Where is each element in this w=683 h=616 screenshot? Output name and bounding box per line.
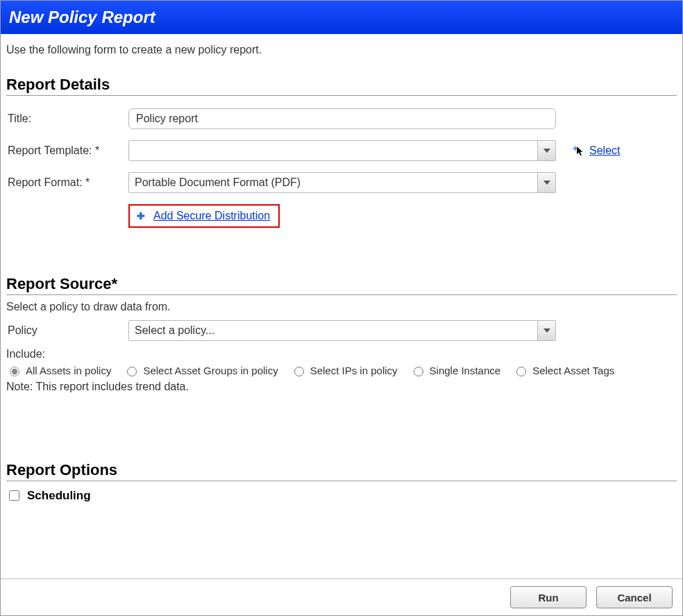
divider (6, 481, 677, 481)
chevron-down-icon (543, 149, 550, 153)
radio-all-assets-label: All Assets in policy (26, 365, 111, 376)
dialog-footer: Run Cancel (1, 578, 682, 615)
radio-ips-label: Select IPs in policy (310, 365, 398, 376)
title-input[interactable] (128, 108, 556, 129)
template-select-button[interactable] (537, 141, 555, 160)
dialog-title: New Policy Report (1, 1, 682, 34)
radio-ips-input[interactable] (294, 367, 304, 376)
radio-asset-tags[interactable]: Select Asset Tags (513, 365, 614, 376)
divider (6, 294, 677, 295)
cancel-button[interactable]: Cancel (596, 586, 673, 608)
plus-icon: ✚ (137, 211, 145, 221)
radio-all-assets[interactable]: All Assets in policy (6, 365, 111, 376)
add-secure-distribution-link[interactable]: Add Secure Distribution (153, 210, 270, 222)
spacer (6, 393, 677, 456)
radio-asset-groups[interactable]: Select Asset Groups in policy (124, 365, 278, 376)
run-button[interactable]: Run (510, 586, 587, 608)
format-select-value: Portable Document Format (PDF) (129, 173, 537, 192)
section-heading-options: Report Options (6, 461, 677, 479)
radio-all-assets-input[interactable] (10, 367, 19, 376)
template-select-value (129, 141, 537, 160)
format-select-button[interactable] (537, 173, 555, 192)
row-format: Report Format: * Portable Document Forma… (6, 172, 677, 193)
chevron-down-icon (543, 181, 550, 185)
format-select[interactable]: Portable Document Format (PDF) (128, 172, 556, 193)
radio-single-instance-label: Single Instance (430, 365, 501, 376)
radio-asset-groups-input[interactable] (127, 367, 137, 376)
template-select[interactable] (128, 140, 556, 161)
plus-cursor-icon: + (573, 145, 585, 156)
include-options: All Assets in policy Select Asset Groups… (6, 365, 677, 376)
template-select-link[interactable]: Select (589, 144, 620, 157)
intro-text: Use the following form to create a new p… (6, 44, 677, 56)
section-heading-details: Report Details (6, 76, 677, 94)
policy-select-value: Select a policy... (129, 321, 537, 340)
section-heading-source: Report Source* (6, 275, 677, 293)
template-select-link-area: + Select (573, 144, 620, 157)
label-template: Report Template: * (6, 144, 128, 157)
chevron-down-icon (543, 328, 550, 333)
policy-select-button[interactable] (537, 321, 555, 340)
label-format: Report Format: * (6, 176, 128, 189)
radio-asset-tags-label: Select Asset Tags (532, 365, 614, 376)
row-scheduling: Scheduling (6, 488, 677, 503)
radio-asset-tags-input[interactable] (516, 367, 526, 376)
spacer (6, 228, 677, 269)
policy-select[interactable]: Select a policy... (128, 320, 556, 341)
radio-single-instance[interactable]: Single Instance (410, 365, 501, 376)
source-subtext: Select a policy to draw data from. (6, 301, 677, 313)
label-include: Include: (6, 348, 677, 360)
radio-ips[interactable]: Select IPs in policy (291, 365, 398, 376)
radio-asset-groups-label: Select Asset Groups in policy (143, 365, 278, 376)
row-title: Title: (6, 108, 677, 129)
radio-single-instance-input[interactable] (414, 367, 423, 376)
divider (6, 95, 677, 96)
scheduling-checkbox[interactable] (9, 490, 19, 501)
row-secure-distribution: ✚ Add Secure Distribution (128, 204, 677, 228)
row-template: Report Template: * + Select (6, 140, 677, 161)
label-policy: Policy (6, 324, 128, 337)
row-policy: Policy Select a policy... (6, 320, 677, 341)
scheduling-label: Scheduling (27, 489, 91, 503)
dialog-window: New Policy Report Use the following form… (0, 0, 683, 616)
trend-note: Note: This report includes trend data. (6, 381, 677, 393)
dialog-content: Use the following form to create a new p… (1, 34, 682, 503)
secure-distribution-highlight: ✚ Add Secure Distribution (128, 204, 280, 228)
label-title: Title: (6, 113, 128, 125)
